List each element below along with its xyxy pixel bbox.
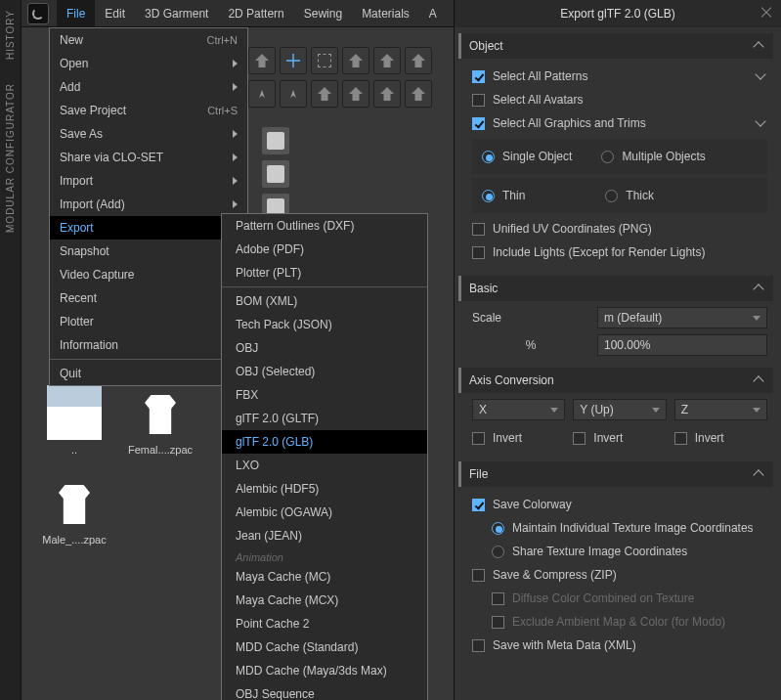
file-menu-item[interactable]: Share via CLO-SET [50,146,247,169]
tool-select-icon[interactable] [311,47,338,74]
asset-item[interactable]: .. [31,385,117,456]
checkbox-save-colorway[interactable] [472,499,485,511]
section-header-axis[interactable]: Axis Conversion [458,368,773,393]
export-menu-item[interactable]: glTF 2.0 (GLB) [222,430,427,454]
tool-icon[interactable] [342,80,369,108]
file-menu-item[interactable]: Video Capture [50,263,247,286]
label: Select All Avatars [493,93,584,107]
export-menu-item[interactable]: Maya Cache (MCX) [222,589,427,612]
export-menu-item[interactable]: Plotter (PLT) [222,261,427,284]
menu-sewing[interactable]: Sewing [294,0,352,26]
radio-thick[interactable] [605,190,618,202]
radio-single-object[interactable] [482,151,495,163]
export-menu-item[interactable]: OBJ [222,336,427,360]
file-menu-item[interactable]: Plotter [50,310,247,333]
panel-title: Export glTF 2.0 (GLB) [560,7,674,21]
section-header-file[interactable]: File [458,461,773,487]
menu-2d-pattern[interactable]: 2D Pattern [218,0,293,26]
radio-maintain-coords[interactable] [492,522,504,535]
export-menu-item[interactable]: OBJ (Selected) [222,360,427,383]
checkbox-invert-y[interactable] [573,432,586,445]
export-menu-item[interactable]: FBX [222,383,427,407]
file-menu-item[interactable]: Save As [50,122,247,146]
export-menu-item[interactable]: BOM (XML) [222,289,427,313]
tool-icon[interactable] [280,80,307,108]
radio-share-coords[interactable] [492,546,504,558]
export-menu-item[interactable]: LXO [222,454,427,477]
select-axis-y[interactable]: Y (Up) [573,399,666,420]
preset-icon[interactable] [262,160,289,188]
asset-label: .. [31,444,117,456]
tool-icon[interactable] [373,80,401,108]
preset-icon[interactable] [262,127,289,154]
menu-materials[interactable]: Materials [352,0,419,26]
file-menu-item[interactable]: Save ProjectCtrl+S [50,99,247,122]
tool-icon[interactable] [248,47,276,74]
radio-thin[interactable] [482,190,495,202]
menu-file[interactable]: File [57,0,95,26]
select-scale[interactable]: m (Default) [597,307,767,328]
select-axis-x[interactable]: X [472,399,565,420]
file-menu-item[interactable]: Snapshot [50,240,247,263]
asset-item[interactable]: Femal....zpac [117,385,203,456]
tool-icon[interactable] [342,47,369,74]
vtab-history[interactable]: HISTORY [3,0,18,69]
chevron-down-icon[interactable] [756,117,767,129]
vtab-modular-configurator[interactable]: MODULAR CONFIGURATOR [3,73,18,242]
file-menu-item[interactable]: Open [50,52,247,75]
export-menu-item[interactable]: Adobe (PDF) [222,238,427,261]
checkbox-include-lights[interactable] [472,246,485,259]
export-menu-item[interactable]: OBJ Sequence [222,682,427,700]
export-menu-item[interactable]: Point Cache 2 [222,612,427,635]
export-menu-item[interactable]: glTF 2.0 (GLTF) [222,407,427,430]
checkbox-invert-z[interactable] [674,432,687,445]
asset-item[interactable]: Male_....zpac [31,475,117,546]
file-menu-item[interactable]: NewCtrl+N [50,28,247,52]
submenu-arrow-icon [233,83,238,91]
export-menu-item[interactable]: Alembic (OGAWA) [222,501,427,524]
checkbox-invert-x[interactable] [472,432,485,445]
tool-simulate-icon[interactable] [248,80,276,108]
export-menu-item[interactable]: Pattern Outlines (DXF) [222,214,427,238]
tool-icon[interactable] [405,80,432,108]
checkbox-save-meta[interactable] [472,639,485,652]
export-menu-item[interactable]: Tech Pack (JSON) [222,313,427,336]
file-menu-item[interactable]: Import (Add) [50,193,247,216]
section-header-object[interactable]: Object [458,33,773,59]
close-icon[interactable] [759,6,773,20]
tool-icon[interactable] [311,80,338,108]
tool-icon[interactable] [405,47,432,74]
file-menu-item[interactable]: Quit [50,362,247,385]
tool-move-icon[interactable] [280,47,307,74]
radio-multiple-objects[interactable] [601,151,614,163]
export-menu-item[interactable]: Jean (JEAN) [222,524,427,547]
menu-more[interactable]: A [419,0,447,26]
label: Invert [695,431,724,445]
file-menu-item[interactable]: Recent [50,286,247,310]
asset-thumb-icon [133,385,188,440]
menu-3d-garment[interactable]: 3D Garment [135,0,218,26]
chevron-down-icon[interactable] [756,70,767,82]
checkbox-save-compress[interactable] [472,569,485,582]
tool-icon[interactable] [373,47,401,74]
section-header-basic[interactable]: Basic [458,276,773,301]
checkbox-select-all-graphics[interactable] [472,117,485,130]
file-menu-item[interactable]: Add [50,75,247,99]
export-menu-item[interactable]: MDD Cache (Maya/3ds Max) [222,659,427,682]
label: Single Object [502,150,572,163]
checkbox-select-all-patterns[interactable] [472,70,485,83]
app-logo-icon[interactable] [27,3,49,24]
checkbox-unified-uv[interactable] [472,223,485,236]
export-menu-item[interactable]: Maya Cache (MC) [222,565,427,589]
menu-edit[interactable]: Edit [95,0,135,26]
export-menu-item[interactable]: MDD Cache (Standard) [222,635,427,659]
input-percent[interactable]: 100.00% [597,334,767,356]
file-menu-item[interactable]: Export [50,216,247,240]
select-axis-z[interactable]: Z [674,399,767,420]
main-workspace: File Edit 3D Garment 2D Pattern Sewing M… [22,0,454,700]
file-menu-item[interactable]: Information [50,333,247,357]
checkbox-select-all-avatars[interactable] [472,94,485,107]
asset-thumb-icon [47,385,102,440]
export-menu-item[interactable]: Alembic (HDF5) [222,477,427,501]
file-menu-item[interactable]: Import [50,169,247,193]
